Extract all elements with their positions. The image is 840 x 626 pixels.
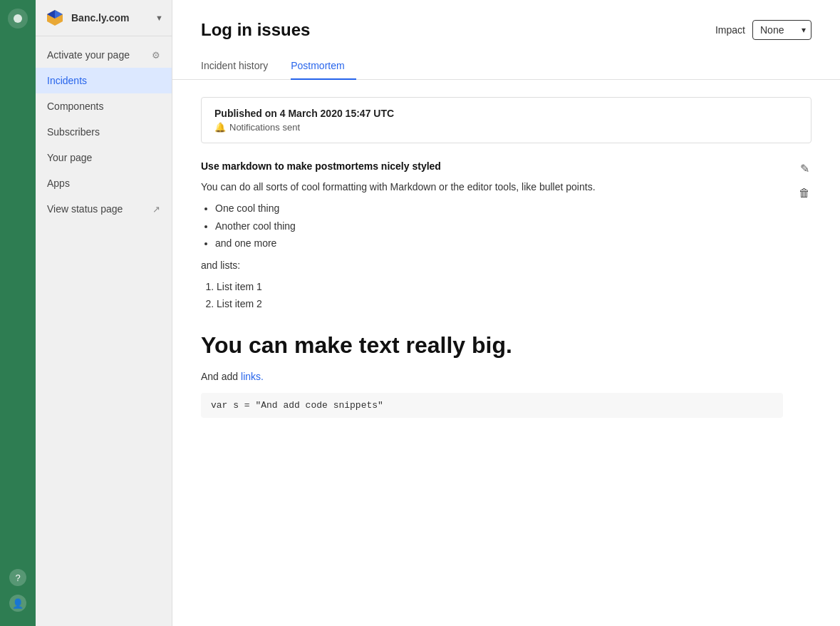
- postmortem-ordered-list: List item 1 List item 2: [217, 279, 783, 312]
- postmortem-body: You can do all sorts of cool formatting …: [201, 179, 783, 312]
- help-icon[interactable]: ?: [9, 569, 26, 586]
- sidebar-item-subscribers[interactable]: Subscribers: [36, 119, 172, 145]
- page-title: Log in issues: [201, 20, 310, 40]
- edit-button[interactable]: ✎: [797, 160, 812, 177]
- and-lists-text: and lists:: [201, 257, 783, 273]
- user-icon[interactable]: 👤: [9, 595, 26, 612]
- delete-button[interactable]: 🗑: [797, 185, 812, 201]
- list-item: List item 1: [217, 279, 783, 294]
- sidebar-item-label: Incidents: [47, 75, 87, 86]
- published-box: Published on 4 March 2020 15:47 UTC 🔔 No…: [201, 97, 812, 143]
- sidebar-item-label: Subscribers: [47, 126, 100, 138]
- bell-icon: 🔔: [214, 122, 226, 133]
- postmortem-actions: ✎ 🗑: [797, 160, 812, 201]
- sidebar-item-label: Apps: [47, 178, 70, 189]
- settings-icon: ⚙: [152, 50, 160, 61]
- chevron-down-icon: ▼: [155, 14, 163, 22]
- tab-postmortem[interactable]: Postmortem: [291, 54, 356, 80]
- code-block: var s = "And add code snippets": [201, 393, 783, 418]
- list-item: and one more: [215, 235, 783, 251]
- sidebar: Banc.ly.com ▼ Activate your page ⚙ Incid…: [36, 0, 172, 626]
- sidebar-item-view-status[interactable]: View status page ↗: [36, 196, 172, 222]
- sidebar-item-your-page[interactable]: Your page: [36, 145, 172, 170]
- sidebar-item-label: Your page: [47, 152, 92, 163]
- tab-incident-history[interactable]: Incident history: [201, 54, 279, 80]
- postmortem-heading: Use markdown to make postmortems nicely …: [201, 160, 783, 172]
- sidebar-item-label: Components: [47, 101, 103, 112]
- sidebar-item-label: View status page: [47, 203, 123, 215]
- postmortem-bullets: One cool thing Another cool thing and on…: [215, 200, 783, 251]
- big-heading: You can make text really big.: [201, 332, 783, 359]
- published-meta: 🔔 Notifications sent: [214, 122, 798, 133]
- sidebar-header[interactable]: Banc.ly.com ▼: [36, 0, 172, 36]
- list-item: Another cool thing: [215, 218, 783, 234]
- app-bar-logo: [8, 9, 28, 29]
- links-link[interactable]: links.: [241, 371, 264, 382]
- sidebar-item-apps[interactable]: Apps: [36, 170, 172, 196]
- content-area: Published on 4 March 2020 15:47 UTC 🔔 No…: [172, 80, 840, 626]
- main-content: Log in issues Impact None Minor Major Cr…: [172, 0, 840, 626]
- published-title: Published on 4 March 2020 15:47 UTC: [214, 108, 798, 119]
- postmortem-section: ✎ 🗑 Use markdown to make postmortems nic…: [201, 160, 812, 418]
- and-add-text: And add: [201, 371, 241, 382]
- external-link-icon: ↗: [152, 204, 160, 215]
- main-header: Log in issues Impact None Minor Major Cr…: [172, 0, 840, 54]
- impact-label: Impact: [715, 24, 745, 36]
- impact-select-wrapper: None Minor Major Critical: [752, 20, 812, 40]
- impact-container: Impact None Minor Major Critical: [715, 20, 812, 40]
- postmortem-intro: You can do all sorts of cool formatting …: [201, 179, 783, 195]
- sidebar-item-label: Activate your page: [47, 49, 130, 61]
- app-bar: ? 👤: [0, 0, 36, 626]
- org-name: Banc.ly.com: [71, 12, 155, 24]
- sidebar-item-components[interactable]: Components: [36, 93, 172, 119]
- list-item: One cool thing: [215, 200, 783, 216]
- sidebar-item-activate[interactable]: Activate your page ⚙: [36, 42, 172, 68]
- tabs: Incident history Postmortem: [172, 54, 840, 80]
- app-bar-bottom-icons: ? 👤: [9, 569, 26, 612]
- sidebar-logo-icon: [44, 7, 66, 29]
- sidebar-nav: Activate your page ⚙ Incidents Component…: [36, 36, 172, 227]
- list-item: List item 2: [217, 296, 783, 312]
- notifications-sent-text: Notifications sent: [229, 122, 300, 133]
- sidebar-item-incidents[interactable]: Incidents: [36, 68, 172, 93]
- svg-point-1: [14, 14, 22, 23]
- and-add-links: And add links.: [201, 369, 783, 384]
- impact-select[interactable]: None Minor Major Critical: [752, 20, 812, 40]
